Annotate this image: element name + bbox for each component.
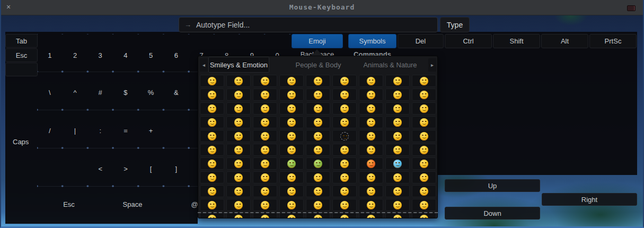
emoji-tab-smileys-emotion[interactable]: Smileys & Emotion xyxy=(208,57,269,73)
key->[interactable]: > xyxy=(113,164,138,173)
emoji-cell[interactable] xyxy=(253,213,277,218)
emoji-cell[interactable] xyxy=(253,89,277,101)
emoji-cell[interactable] xyxy=(200,102,224,115)
emoji-cell[interactable] xyxy=(385,213,410,218)
emoji-cell[interactable] xyxy=(359,75,383,87)
emoji-cell[interactable] xyxy=(253,75,277,87)
emoji-cell[interactable] xyxy=(306,144,330,156)
emoji-cell[interactable] xyxy=(200,89,224,101)
emoji-cell[interactable] xyxy=(279,102,304,115)
key-\[interactable]: \ xyxy=(37,87,63,97)
emoji-cell[interactable] xyxy=(279,199,304,211)
del-button[interactable]: Del xyxy=(398,34,444,48)
tab-scroll-left-icon[interactable]: ◂ xyxy=(200,58,208,72)
up-key[interactable]: Up xyxy=(445,179,540,192)
emoji-cell[interactable] xyxy=(226,185,251,197)
emoji-cell[interactable] xyxy=(412,116,436,128)
emoji-cell[interactable] xyxy=(279,144,304,156)
emoji-cell[interactable] xyxy=(226,75,251,87)
emoji-cell[interactable] xyxy=(332,213,357,218)
emoji-cell[interactable] xyxy=(200,75,224,87)
emoji-cell[interactable] xyxy=(226,116,251,128)
key-2[interactable]: 2 xyxy=(63,50,88,60)
emoji-cell[interactable] xyxy=(332,171,357,183)
key-=[interactable]: = xyxy=(113,126,138,135)
emoji-cell[interactable] xyxy=(385,171,410,183)
emoji-cell[interactable] xyxy=(359,199,383,211)
emoji-cell[interactable] xyxy=(306,199,330,211)
emoji-cell[interactable] xyxy=(279,185,304,197)
emoji-cell[interactable] xyxy=(279,157,304,170)
emoji-cell[interactable] xyxy=(306,75,330,87)
emoji-cell[interactable] xyxy=(226,157,251,170)
emoji-cell[interactable] xyxy=(412,130,436,142)
blank-key[interactable] xyxy=(5,63,38,76)
emoji-cell[interactable] xyxy=(332,157,357,170)
emoji-cell[interactable] xyxy=(412,185,436,197)
emoji-cell[interactable] xyxy=(385,130,410,142)
emoji-cell[interactable] xyxy=(253,102,277,115)
emoji-cell[interactable] xyxy=(253,157,277,170)
key-#[interactable]: # xyxy=(87,87,113,97)
emoji-cell[interactable] xyxy=(359,102,383,115)
emoji-cell[interactable] xyxy=(332,75,357,87)
emoji-button[interactable]: Emoji xyxy=(292,34,343,48)
emoji-cell[interactable] xyxy=(412,75,436,87)
emoji-cell[interactable] xyxy=(385,75,410,87)
emoji-cell[interactable] xyxy=(385,157,410,170)
key-1[interactable]: 1 xyxy=(37,50,63,60)
emoji-cell[interactable] xyxy=(200,157,224,170)
emoji-cell[interactable] xyxy=(412,171,436,183)
emoji-cell[interactable] xyxy=(332,102,357,115)
emoji-cell[interactable] xyxy=(385,185,410,197)
key-:[interactable]: : xyxy=(87,126,113,135)
emoji-cell[interactable] xyxy=(332,89,357,101)
emoji-cell[interactable] xyxy=(226,171,251,183)
emoji-cell[interactable] xyxy=(332,130,357,142)
emoji-cell[interactable] xyxy=(306,185,330,197)
emoji-cell[interactable] xyxy=(359,144,383,156)
emoji-cell[interactable] xyxy=(359,213,383,218)
emoji-cell[interactable] xyxy=(253,199,277,211)
key-][interactable]: ] xyxy=(164,164,189,173)
alt-button[interactable]: Alt xyxy=(541,34,588,48)
key-&[interactable]: & xyxy=(164,87,189,97)
popup-resize-divider[interactable] xyxy=(198,212,438,213)
emoji-cell[interactable] xyxy=(359,185,383,197)
emoji-cell[interactable] xyxy=(200,171,224,183)
type-button[interactable]: Type xyxy=(440,17,470,32)
autotype-input[interactable]: → Autotype Field... xyxy=(179,17,438,32)
key-/[interactable]: / xyxy=(37,126,63,135)
emoji-cell[interactable] xyxy=(226,144,251,156)
emoji-cell[interactable] xyxy=(412,89,436,101)
tab-key[interactable]: Tab xyxy=(5,34,38,48)
emoji-cell[interactable] xyxy=(279,116,304,128)
emoji-tab-animals-nature[interactable]: Animals & Nature xyxy=(355,57,425,73)
emoji-cell[interactable] xyxy=(279,75,304,87)
down-key[interactable]: Down xyxy=(445,207,540,220)
symbols-button[interactable]: Symbols xyxy=(348,34,396,48)
emoji-cell[interactable] xyxy=(253,144,277,156)
key-+[interactable]: + xyxy=(138,126,164,135)
emoji-tab-people-body[interactable]: People & Body xyxy=(285,57,351,73)
emoji-cell[interactable] xyxy=(385,144,410,156)
prtsc-button[interactable]: PrtSc xyxy=(589,34,637,48)
key-6[interactable]: 6 xyxy=(164,50,189,60)
emoji-cell[interactable] xyxy=(359,116,383,128)
emoji-cell[interactable] xyxy=(359,171,383,183)
emoji-cell[interactable] xyxy=(412,144,436,156)
emoji-cell[interactable] xyxy=(253,116,277,128)
emoji-cell[interactable] xyxy=(226,199,251,211)
emoji-cell[interactable] xyxy=(306,213,330,218)
key-[[interactable]: [ xyxy=(138,164,164,173)
key-|[interactable]: | xyxy=(63,126,88,135)
emoji-cell[interactable] xyxy=(279,171,304,183)
emoji-cell[interactable] xyxy=(200,130,224,142)
emoji-cell[interactable] xyxy=(306,157,330,170)
emoji-cell[interactable] xyxy=(359,89,383,101)
right-key[interactable]: Right xyxy=(542,193,637,206)
emoji-cell[interactable] xyxy=(279,130,304,142)
key-5[interactable]: 5 xyxy=(138,50,164,60)
key-^[interactable]: ^ xyxy=(63,87,88,97)
emoji-cell[interactable] xyxy=(279,89,304,101)
